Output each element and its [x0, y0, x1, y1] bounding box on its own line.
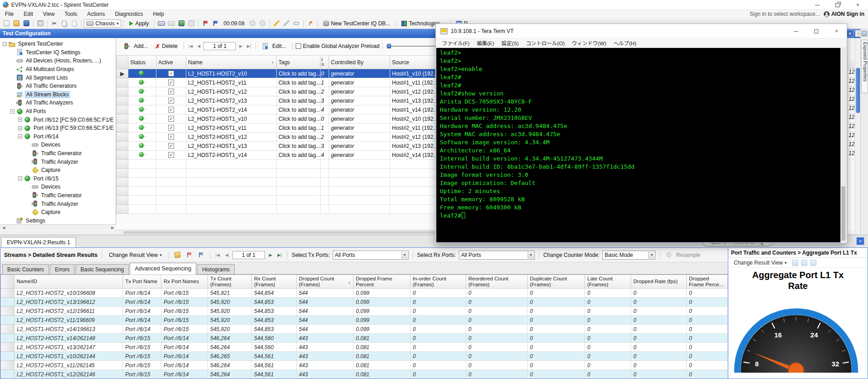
tags-cell[interactable]: Click to add tag...	[277, 123, 321, 133]
column-header-tags[interactable]: Tags	[277, 56, 321, 69]
edit-stream-button[interactable]: Edit...	[259, 43, 289, 50]
paste-button[interactable]	[70, 19, 79, 28]
menu-file[interactable]: File	[0, 10, 19, 18]
row-selector[interactable]	[117, 105, 128, 114]
tree-item-devices[interactable]: Devices	[0, 141, 116, 149]
results-column-header-name-id[interactable]: Name/ID	[14, 275, 123, 289]
wizard-button[interactable]	[272, 19, 281, 28]
tree-item-traffic-generator[interactable]: Traffic Generator	[0, 149, 116, 158]
active-checkbox[interactable]: ✓	[168, 98, 174, 104]
results-column-header-dropped[interactable]: DroppedFrame Perce...	[687, 275, 728, 289]
active-cell[interactable]: ✓	[156, 87, 186, 96]
row-selector[interactable]	[117, 96, 128, 105]
dock-panel-icon[interactable]	[862, 31, 867, 36]
results-column-header-rx-count[interactable]: Rx Count(Frames)	[252, 275, 297, 289]
menu-diagnostics[interactable]: Diagnostics	[110, 10, 148, 18]
terminal-menu-item[interactable]: ファイル(F)	[439, 39, 473, 47]
terminal-menu-item[interactable]: 編集(E)	[473, 39, 498, 47]
apply-button[interactable]: Apply	[126, 19, 152, 28]
active-cell[interactable]: ✓	[156, 105, 186, 114]
active-cell[interactable]: ✓	[156, 69, 186, 78]
active-cell[interactable]: ✓	[156, 142, 186, 151]
results-row-selector[interactable]	[1, 316, 14, 325]
delete-stream-button[interactable]: ✗ Delete	[152, 43, 180, 50]
tags-cell[interactable]: Click to add tag...	[277, 69, 321, 78]
menu-edit[interactable]: Edit	[19, 10, 38, 18]
restore-button[interactable]	[827, 0, 848, 10]
results-row-selector[interactable]	[1, 298, 14, 307]
new-file-button[interactable]	[2, 19, 11, 28]
next-page-button[interactable]: ▶	[238, 44, 244, 48]
row-selector[interactable]	[117, 133, 128, 142]
sequencer-button[interactable]	[36, 19, 45, 28]
chassis-dropdown[interactable]: Chassis ▾	[84, 19, 121, 28]
tree-item-settings[interactable]: Settings	[0, 216, 116, 225]
results-row-selector[interactable]	[1, 325, 14, 334]
view-close-icon[interactable]: ×	[846, 30, 854, 37]
tx-ports-select[interactable]: All Ports▾	[333, 251, 409, 260]
results-page-indicator[interactable]: 1 of 1	[232, 251, 265, 259]
tags-cell[interactable]: Click to add tag...	[277, 87, 321, 96]
results-row[interactable]: L2_HOST1-HOST2_v12/196611Port //6/14Port…	[1, 307, 728, 316]
tags-cell[interactable]: Click to add tag...	[277, 105, 321, 114]
tree-item-spirent-testcenter[interactable]: −Spirent TestCenter	[0, 40, 116, 48]
new-testcenter-iq-db-button[interactable]: New TestCenter IQ DB...	[320, 19, 393, 28]
results-column-header-tx-count[interactable]: Tx Count(Frames)	[208, 275, 252, 289]
open-file-button[interactable]	[12, 19, 21, 28]
active-cell[interactable]: ✓	[156, 133, 186, 142]
active-checkbox[interactable]: ✓	[168, 143, 174, 149]
redo-button[interactable]: ↱	[306, 19, 315, 28]
active-cell[interactable]: ✓	[156, 151, 186, 160]
results-prev-page-button[interactable]: ◀	[224, 253, 230, 257]
gauge-pause-icon[interactable]	[801, 260, 807, 266]
column-header-in[interactable]: In	[321, 56, 329, 69]
results-column-header-duplicate-count[interactable]: Duplicate Count(Frames)	[528, 275, 585, 289]
active-checkbox[interactable]: ✓	[168, 152, 174, 158]
terminal-menu-item[interactable]: ウィンドウ(W)	[568, 39, 610, 47]
tree-item-all-segment-lists[interactable]: All Segment Lists	[0, 73, 116, 82]
results-row-selector[interactable]	[1, 370, 14, 379]
tree-toggle-icon[interactable]: +	[18, 126, 22, 130]
gauge-change-result-view-button[interactable]: Change Result View▾	[731, 259, 789, 267]
close-button[interactable]: ×	[848, 0, 868, 10]
row-selector[interactable]	[117, 78, 128, 87]
tree-item-all-stream-blocks[interactable]: All Stream Blocks	[0, 90, 116, 99]
results-last-page-button[interactable]: ▶|	[276, 253, 283, 257]
results-row-selector[interactable]	[1, 361, 14, 370]
results-column-header-tx-port-name[interactable]: Tx Port Name	[123, 275, 161, 289]
tags-cell[interactable]: Click to add tag...	[277, 142, 321, 151]
stop-traffic-button[interactable]	[211, 19, 220, 28]
active-cell[interactable]: ✓	[156, 123, 186, 133]
tree-item-all-multicast-groups[interactable]: All Multicast Groups	[0, 65, 116, 74]
start-traffic-button[interactable]	[201, 19, 210, 28]
results-row-selector[interactable]	[1, 307, 14, 316]
results-column-header-dropped-count[interactable]: Dropped Count(Frames)▲	[297, 275, 354, 289]
tree-toggle-icon[interactable]: −	[10, 109, 14, 114]
menu-tools[interactable]: Tools	[60, 10, 82, 18]
tab-histograms[interactable]: Histograms	[197, 264, 235, 274]
active-checkbox[interactable]: ✓	[168, 134, 174, 140]
results-row[interactable]: L2_HOST1-HOST2_v11/196609Port //6/14Port…	[1, 316, 728, 325]
results-row[interactable]: L2_HOST1-HOST2_v13/196612Port //6/14Port…	[1, 298, 728, 307]
results-column-header-dropped-frame[interactable]: Dropped FramePercent	[354, 275, 410, 289]
stop-devices-button[interactable]	[258, 19, 267, 28]
export-results-button[interactable]	[173, 251, 182, 260]
tags-cell[interactable]: Click to add tag...	[277, 151, 321, 160]
tera-term-title-bar[interactable]: 10.9.108.1 - Tera Term VT ×	[436, 24, 847, 38]
tree-toggle-icon[interactable]: −	[18, 176, 22, 180]
tree-item-testcenter-iq-settings[interactable]: TestCenter IQ Settings	[0, 48, 116, 57]
active-checkbox[interactable]: ✓	[168, 116, 174, 122]
tree-item-all-traffic-analyzers[interactable]: All Traffic Analyzers	[0, 99, 116, 107]
gauge-snapshot-icon[interactable]	[810, 260, 816, 266]
row-selector[interactable]	[117, 114, 128, 123]
tree-item-traffic-analyzer[interactable]: Traffic Analyzer	[0, 157, 116, 166]
tree-toggle-icon[interactable]: +	[18, 118, 22, 122]
terminal-scrollbar[interactable]	[840, 48, 846, 242]
menu-actions[interactable]: Actions	[82, 10, 110, 18]
results-row[interactable]: L2_HOST2-HOST1_v13/262147Port //6/15Port…	[1, 343, 728, 352]
terminal-menu-item[interactable]: コントロール(O)	[522, 39, 568, 47]
active-checkbox[interactable]: ✓	[168, 107, 174, 113]
active-checkbox[interactable]: ✓	[168, 125, 174, 131]
copy-button[interactable]	[60, 19, 69, 28]
active-checkbox[interactable]: ✓	[168, 89, 174, 95]
